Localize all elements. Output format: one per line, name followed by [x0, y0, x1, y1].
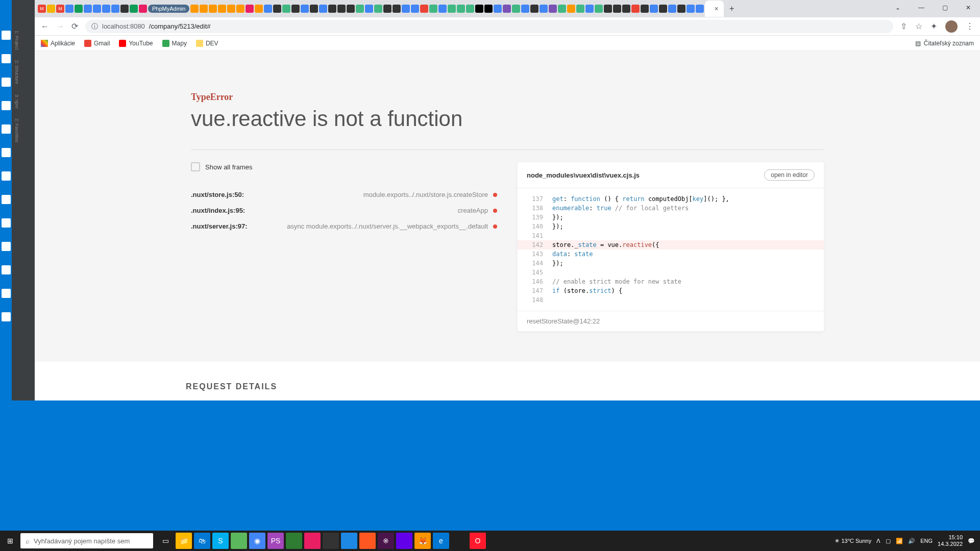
tool-npm[interactable]: 3: npm: [14, 94, 19, 109]
app-icon[interactable]: [323, 533, 339, 549]
favicon[interactable]: [65, 5, 74, 13]
skype-icon[interactable]: S: [212, 533, 229, 549]
tab-dropdown-icon[interactable]: ⌄: [886, 0, 910, 15]
favicon[interactable]: [402, 5, 410, 13]
favicon[interactable]: [622, 5, 630, 13]
slack-icon[interactable]: ※: [378, 533, 394, 549]
store-icon[interactable]: 🛍: [194, 533, 210, 549]
favicon[interactable]: [218, 5, 226, 13]
task-view-icon[interactable]: ▭: [157, 533, 174, 549]
extensions-icon[interactable]: ✦: [930, 21, 937, 31]
stack-frame[interactable]: .nuxt/store.js:50:module.exports../.nuxt…: [191, 187, 497, 203]
favicon[interactable]: [246, 5, 254, 13]
app-icon[interactable]: [304, 533, 321, 549]
reload-button[interactable]: ⟳: [71, 21, 78, 31]
favicon[interactable]: [102, 5, 110, 13]
favicon[interactable]: [383, 5, 391, 13]
vue-icon[interactable]: [282, 5, 290, 13]
close-tab-icon[interactable]: ×: [714, 5, 718, 13]
app-icon[interactable]: [286, 533, 302, 549]
favicon[interactable]: [631, 5, 640, 13]
reading-list-button[interactable]: ▤Čitateľský zoznam: [915, 40, 974, 47]
favicon[interactable]: [319, 5, 327, 13]
favicon[interactable]: [650, 5, 658, 13]
desktop-icon[interactable]: [2, 101, 11, 110]
desktop-icon[interactable]: [2, 148, 11, 157]
favicon[interactable]: [200, 5, 208, 13]
tray-icon[interactable]: ▢: [886, 538, 891, 544]
bookmark-item[interactable]: Mapy: [162, 40, 187, 47]
favicon[interactable]: [484, 5, 493, 13]
notifications-icon[interactable]: 💬: [968, 538, 975, 544]
desktop-icon[interactable]: [2, 289, 11, 298]
favicon[interactable]: [209, 5, 217, 13]
tool-favorites[interactable]: 2: Favorites: [14, 118, 19, 142]
favicon[interactable]: [604, 5, 612, 13]
weather-widget[interactable]: ☀ 13°C Sunny: [835, 538, 871, 544]
favicon[interactable]: [310, 5, 318, 13]
favicon[interactable]: [84, 5, 92, 13]
chrome-icon[interactable]: ◉: [249, 533, 265, 549]
favicon[interactable]: [393, 5, 401, 13]
stack-frame[interactable]: .nuxt/server.js:97:async module.exports.…: [191, 218, 497, 234]
favicon[interactable]: [264, 5, 272, 13]
favicon[interactable]: [530, 5, 538, 13]
favicon[interactable]: [75, 5, 83, 13]
stack-frame[interactable]: .nuxt/index.js:95:createApp: [191, 203, 497, 218]
star-icon[interactable]: ☆: [915, 21, 922, 31]
bookmark-item[interactable]: Gmail: [84, 40, 110, 47]
bootstrap-icon[interactable]: [549, 5, 557, 13]
maximize-button[interactable]: ▢: [933, 0, 957, 15]
desktop-icon[interactable]: [2, 265, 11, 274]
desktop-icon[interactable]: [2, 218, 11, 228]
close-button[interactable]: ✕: [957, 0, 980, 15]
favicon[interactable]: [696, 5, 704, 13]
gmail-icon[interactable]: M: [56, 5, 64, 13]
desktop-icon[interactable]: [2, 195, 11, 204]
show-all-frames-checkbox[interactable]: Show all frames: [191, 162, 497, 171]
wifi-icon[interactable]: 📶: [896, 538, 903, 544]
desktop-icon[interactable]: [2, 124, 11, 134]
favicon[interactable]: [291, 5, 300, 13]
favicon[interactable]: [668, 5, 676, 13]
desktop-icon[interactable]: [2, 31, 11, 40]
vue-icon[interactable]: [512, 5, 520, 13]
forward-button[interactable]: →: [56, 22, 64, 31]
edge-icon[interactable]: e: [433, 533, 449, 549]
favicon[interactable]: [494, 5, 502, 13]
apps-button[interactable]: Aplikácie: [41, 40, 75, 47]
favicon[interactable]: [255, 5, 263, 13]
volume-icon[interactable]: 🔊: [908, 538, 915, 544]
github-icon[interactable]: [337, 5, 346, 13]
bookmark-item[interactable]: DEV: [196, 40, 218, 47]
favicon[interactable]: [687, 5, 695, 13]
github-icon[interactable]: [347, 5, 355, 13]
vue-icon[interactable]: [466, 5, 474, 13]
share-icon[interactable]: ⇧: [900, 21, 907, 31]
desktop-icon[interactable]: [2, 171, 11, 181]
desktop-icon[interactable]: [2, 242, 11, 251]
favicon[interactable]: [521, 5, 529, 13]
favicon[interactable]: [111, 5, 119, 13]
taskbar-search[interactable]: ⌕ Vyhľadávaný pojem napíšte sem: [20, 533, 153, 548]
favicon[interactable]: [567, 5, 575, 13]
vue-icon[interactable]: [356, 5, 364, 13]
active-tab[interactable]: ×: [705, 1, 723, 17]
vue-icon[interactable]: [448, 5, 456, 13]
language-indicator[interactable]: ENG: [920, 538, 933, 544]
vue-icon[interactable]: [558, 5, 566, 13]
favicon[interactable]: [273, 5, 281, 13]
explorer-icon[interactable]: 📁: [176, 533, 192, 549]
app-icon[interactable]: [396, 533, 412, 549]
app-icon[interactable]: [359, 533, 376, 549]
vue-icon[interactable]: [457, 5, 465, 13]
firefox-icon[interactable]: 🦊: [414, 533, 431, 549]
favicon[interactable]: [93, 5, 101, 13]
open-in-editor-button[interactable]: open in editor: [764, 169, 815, 181]
favicon[interactable]: [585, 5, 594, 13]
opera-icon[interactable]: O: [470, 533, 486, 549]
favicon[interactable]: [47, 5, 55, 13]
favicon[interactable]: [236, 5, 244, 13]
vue-icon[interactable]: [595, 5, 603, 13]
clock[interactable]: 15:10 14.3.2022: [938, 534, 963, 547]
